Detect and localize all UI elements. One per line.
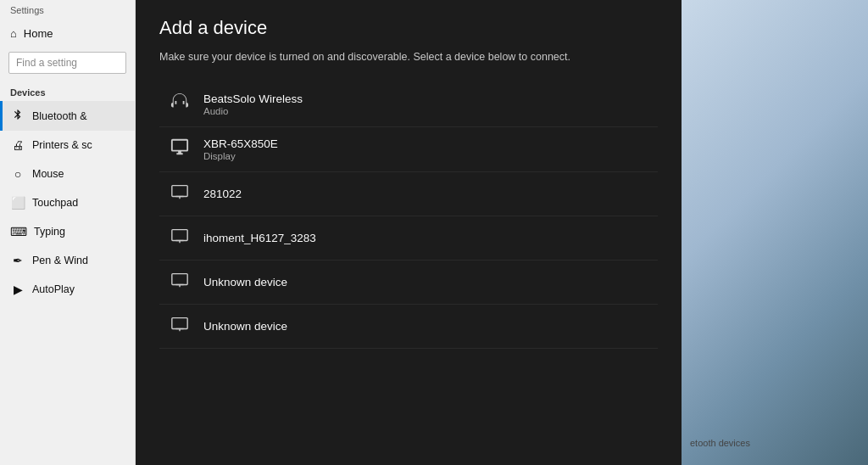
- device-icon-281022: [168, 182, 192, 205]
- device-item-ihoment[interactable]: ihoment_H6127_3283: [159, 216, 658, 261]
- device-item-unknown2[interactable]: Unknown device: [159, 305, 658, 349]
- sidebar-item-mouse-label: Mouse: [32, 168, 64, 180]
- devices-section-label: Devices: [0, 82, 135, 101]
- xbr-info: XBR-65X850E Display: [203, 137, 278, 161]
- sidebar-item-printers-label: Printers & sc: [32, 139, 92, 151]
- home-label: Home: [24, 27, 53, 40]
- add-device-description: Make sure your device is turned on and d…: [159, 49, 651, 65]
- right-decorative-panel: etooth devices: [682, 0, 868, 465]
- autoplay-icon: ▶: [10, 283, 25, 296]
- printer-icon: 🖨: [10, 138, 25, 152]
- beats-info: BeatsSolo Wireless Audio: [203, 92, 303, 116]
- sidebar-item-autoplay[interactable]: ▶ AutoPlay: [0, 275, 135, 304]
- device-item-beats[interactable]: BeatsSolo Wireless Audio: [159, 82, 658, 127]
- sidebar-item-mouse[interactable]: ○ Mouse: [0, 160, 135, 188]
- sidebar-item-autoplay-label: AutoPlay: [32, 283, 75, 295]
- find-setting-input[interactable]: Find a setting: [8, 52, 126, 74]
- right-panel-text: etooth devices: [690, 438, 750, 448]
- svg-rect-6: [172, 273, 187, 284]
- device-icon-unknown1: [168, 271, 192, 294]
- sidebar-item-typing-label: Typing: [34, 226, 65, 238]
- monitor-icon: [168, 137, 192, 160]
- unknown2-name: Unknown device: [203, 320, 287, 333]
- device-list: BeatsSolo Wireless Audio XBR-65X850E Dis…: [159, 82, 658, 349]
- xbr-name: XBR-65X850E: [203, 137, 278, 150]
- sidebar-item-pen[interactable]: ✒ Pen & Wind: [0, 246, 135, 275]
- xbr-type: Display: [203, 151, 278, 161]
- device-item-281022[interactable]: 281022: [159, 172, 658, 216]
- svg-rect-9: [172, 317, 187, 328]
- sidebar-item-bluetooth[interactable]: Bluetooth &: [0, 101, 135, 131]
- unknown1-info: Unknown device: [203, 276, 287, 289]
- sidebar-item-typing[interactable]: ⌨ Typing: [0, 217, 135, 246]
- device-icon-unknown2: [168, 315, 192, 338]
- sidebar-item-bluetooth-label: Bluetooth &: [32, 110, 87, 122]
- unknown1-name: Unknown device: [203, 276, 287, 289]
- device-item-unknown1[interactable]: Unknown device: [159, 261, 658, 305]
- pen-icon: ✒: [10, 254, 25, 267]
- beats-name: BeatsSolo Wireless: [203, 92, 303, 105]
- sidebar-item-touchpad-label: Touchpad: [32, 197, 78, 209]
- add-device-panel: Add a device Make sure your device is tu…: [136, 0, 682, 465]
- touchpad-icon: ⬜: [10, 196, 25, 210]
- typing-icon: ⌨: [10, 225, 27, 238]
- add-device-title: Add a device: [159, 17, 658, 39]
- svg-rect-3: [172, 229, 187, 240]
- unknown2-info: Unknown device: [203, 320, 287, 333]
- headphones-icon: [168, 92, 192, 115]
- home-icon: ⌂: [10, 27, 17, 40]
- device-item-xbr[interactable]: XBR-65X850E Display: [159, 127, 658, 172]
- sidebar-item-touchpad[interactable]: ⬜ Touchpad: [0, 188, 135, 217]
- bluetooth-icon: [10, 109, 25, 123]
- ihoment-info: ihoment_H6127_3283: [203, 232, 316, 244]
- beats-type: Audio: [203, 106, 303, 116]
- sidebar-item-pen-label: Pen & Wind: [32, 255, 88, 266]
- mouse-icon: ○: [10, 167, 25, 181]
- home-button[interactable]: ⌂ Home: [0, 19, 135, 48]
- device-icon-ihoment: [168, 227, 192, 249]
- sidebar-item-printers[interactable]: 🖨 Printers & sc: [0, 131, 135, 160]
- main-panel: Add a device Make sure your device is tu…: [136, 0, 682, 465]
- ihoment-name: ihoment_H6127_3283: [203, 232, 316, 244]
- settings-title: Settings: [0, 0, 135, 19]
- device-281022-name: 281022: [203, 188, 242, 200]
- device-281022-info: 281022: [203, 188, 242, 200]
- svg-rect-0: [172, 185, 187, 196]
- sidebar: Settings ⌂ Home Find a setting Devices B…: [0, 0, 136, 465]
